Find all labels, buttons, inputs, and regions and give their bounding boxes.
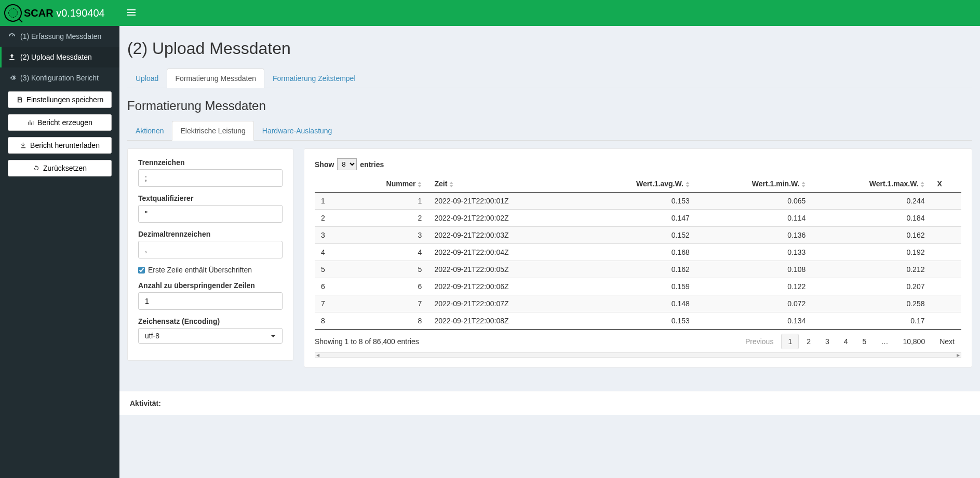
- page-size-select[interactable]: 8: [337, 158, 357, 170]
- table-cell: 0.153: [581, 193, 696, 210]
- table-cell: 0.153: [581, 312, 696, 330]
- sort-icon: [449, 182, 453, 187]
- sidebar-item-erfassung[interactable]: (1) Erfassung Messdaten: [0, 26, 119, 47]
- skip-label: Anzahl zu überspringender Zeilen: [138, 281, 283, 290]
- firstrow-checkbox[interactable]: [138, 267, 145, 274]
- save-settings-button[interactable]: Einstellungen speichern: [8, 91, 112, 108]
- encoding-label: Zeichensatz (Encoding): [138, 317, 283, 325]
- tab-formatierung-messdaten[interactable]: Formatierung Messdaten: [167, 69, 264, 88]
- table-cell: 2: [315, 210, 344, 227]
- table-cell: [931, 312, 961, 330]
- delimiter-input[interactable]: [138, 169, 283, 187]
- sidebar-item-label: (2) Upload Messdaten: [20, 53, 92, 61]
- button-label: Einstellungen speichern: [26, 95, 104, 104]
- table-row: 772022-09-21T22:00:07Z0.1480.0720.258: [315, 295, 961, 312]
- skip-input[interactable]: [138, 292, 283, 310]
- page-5[interactable]: 5: [856, 334, 874, 349]
- caret-down-icon: [271, 335, 276, 337]
- sort-icon: [801, 182, 806, 187]
- column-header[interactable]: Nummer: [344, 175, 428, 193]
- sidebar-item-upload[interactable]: (2) Upload Messdaten: [0, 47, 119, 67]
- main-tabs: Upload Formatierung Messdaten Formatieru…: [127, 69, 972, 88]
- button-label: Zurücksetzen: [43, 164, 87, 172]
- column-header[interactable]: Wert.1.min.W.: [696, 175, 812, 193]
- decimal-input[interactable]: [138, 241, 283, 258]
- page-3[interactable]: 3: [818, 334, 836, 349]
- column-header[interactable]: Zeit: [428, 175, 580, 193]
- bar-chart-icon: [27, 119, 34, 126]
- table-cell: 0.212: [812, 261, 931, 278]
- table-row: 442022-09-21T22:00:04Z0.1680.1330.192: [315, 244, 961, 261]
- button-label: Bericht herunterladen: [30, 141, 100, 149]
- page-…[interactable]: …: [874, 334, 895, 349]
- table-cell: 4: [344, 244, 428, 261]
- table-cell: 8: [315, 312, 344, 330]
- table-cell: 3: [315, 227, 344, 244]
- textqualifier-input[interactable]: [138, 205, 283, 223]
- table-cell: 0.159: [581, 278, 696, 295]
- app-logo[interactable]: SCAR v0.190404: [0, 0, 119, 26]
- table-cell: 2022-09-21T22:00:05Z: [428, 261, 580, 278]
- table-cell: 6: [315, 278, 344, 295]
- table-row: 112022-09-21T22:00:01Z0.1530.0650.244: [315, 193, 961, 210]
- table-row: 882022-09-21T22:00:08Z0.1530.1340.17: [315, 312, 961, 330]
- delimiter-label: Trennzeichen: [138, 158, 283, 167]
- page-previous: Previous: [739, 334, 780, 349]
- column-header[interactable]: Wert.1.avg.W.: [581, 175, 696, 193]
- pagination: Previous12345…10,800Next: [739, 334, 961, 349]
- section-title: Formatierung Messdaten: [127, 99, 972, 113]
- table-cell: 0.162: [812, 227, 931, 244]
- upload-icon: [8, 53, 16, 61]
- data-table: NummerZeitWert.1.avg.W.Wert.1.min.W.Wert…: [315, 175, 961, 330]
- page-10,800[interactable]: 10,800: [896, 334, 932, 349]
- table-cell: 2022-09-21T22:00:01Z: [428, 193, 580, 210]
- table-cell: [931, 244, 961, 261]
- column-header[interactable]: X: [931, 175, 961, 193]
- page-4[interactable]: 4: [837, 334, 855, 349]
- table-cell: 0.168: [581, 244, 696, 261]
- table-cell: 0.147: [581, 210, 696, 227]
- table-cell: [931, 278, 961, 295]
- brand-version: v0.190404: [53, 7, 105, 19]
- table-cell: 5: [344, 261, 428, 278]
- page-1[interactable]: 1: [781, 334, 799, 349]
- table-cell: [931, 227, 961, 244]
- table-row: 332022-09-21T22:00:03Z0.1520.1360.162: [315, 227, 961, 244]
- table-row: 552022-09-21T22:00:05Z0.1620.1080.212: [315, 261, 961, 278]
- column-header[interactable]: Wert.1.max.W.: [812, 175, 931, 193]
- column-header[interactable]: [315, 175, 344, 193]
- download-report-button[interactable]: Bericht herunterladen: [8, 137, 112, 154]
- show-label: Show: [315, 160, 334, 169]
- page-2[interactable]: 2: [800, 334, 817, 349]
- tab-aktionen[interactable]: Aktionen: [127, 121, 172, 141]
- encoding-select[interactable]: utf-8: [138, 328, 283, 344]
- table-cell: 0.114: [696, 210, 812, 227]
- tab-elektrische-leistung[interactable]: Elektrische Leistung: [172, 121, 253, 141]
- reset-button[interactable]: Zurücksetzen: [8, 160, 112, 176]
- table-row: 662022-09-21T22:00:06Z0.1590.1220.207: [315, 278, 961, 295]
- tab-formatierung-zeitstempel[interactable]: Formatierung Zeitstempel: [264, 69, 364, 88]
- tab-hardware-auslastung[interactable]: Hardware-Auslastung: [254, 121, 341, 141]
- table-cell: 0.184: [812, 210, 931, 227]
- scroll-left-icon: ◀: [315, 353, 320, 357]
- table-cell: 0.162: [581, 261, 696, 278]
- table-cell: 4: [315, 244, 344, 261]
- table-cell: 2022-09-21T22:00:06Z: [428, 278, 580, 295]
- tab-upload[interactable]: Upload: [127, 69, 167, 88]
- sidebar-toggle[interactable]: [119, 0, 143, 26]
- sidebar-item-label: (3) Konfiguration Bericht: [20, 74, 99, 82]
- table-cell: [931, 210, 961, 227]
- generate-report-button[interactable]: Bericht erzeugen: [8, 114, 112, 131]
- table-cell: 2022-09-21T22:00:07Z: [428, 295, 580, 312]
- horizontal-scrollbar[interactable]: ◀ ▶: [315, 352, 961, 358]
- table-cell: 0.152: [581, 227, 696, 244]
- firstrow-label: Erste Zeile enthält Überschriften: [148, 266, 252, 274]
- table-cell: 0.207: [812, 278, 931, 295]
- entries-label: entries: [360, 160, 384, 169]
- table-cell: [931, 193, 961, 210]
- page-next[interactable]: Next: [933, 334, 961, 349]
- table-row: 222022-09-21T22:00:02Z0.1470.1140.184: [315, 210, 961, 227]
- hamburger-icon: [127, 8, 136, 17]
- download-icon: [20, 142, 27, 149]
- sidebar-item-konfiguration[interactable]: (3) Konfiguration Bericht: [0, 67, 119, 88]
